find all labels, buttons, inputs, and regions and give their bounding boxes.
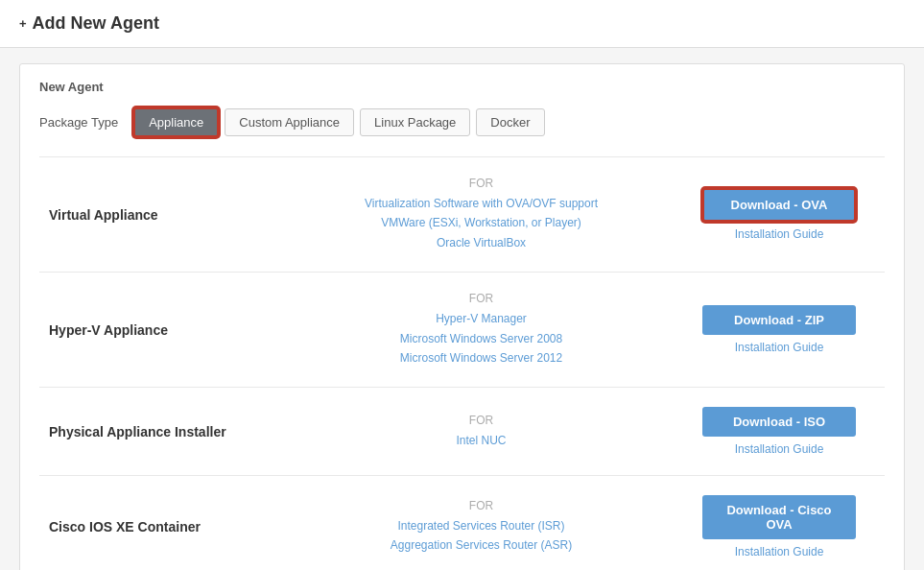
page-container: + Add New Agent New Agent Package Type A… [0, 0, 924, 570]
appliance-action-cisco: Download - Cisco OVA Installation Guide [683, 495, 875, 558]
for-item: Aggregation Services Router (ASR) [279, 535, 683, 555]
appliance-name-physical: Physical Appliance Installer [49, 424, 279, 439]
appliance-action-virtual: Download - OVA Installation Guide [683, 188, 875, 241]
for-item: Intel NUC [279, 431, 683, 450]
appliance-row-physical: Physical Appliance Installer FOR Intel N… [39, 387, 885, 475]
for-label-hyperv: FOR [279, 292, 683, 305]
content-area: New Agent Package Type Appliance Custom … [0, 48, 924, 570]
appliance-action-hyperv: Download - ZIP Installation Guide [683, 305, 875, 354]
for-items-physical: Intel NUC [279, 431, 683, 450]
tab-custom-appliance[interactable]: Custom Appliance [225, 108, 354, 136]
appliance-action-physical: Download - ISO Installation Guide [683, 407, 875, 456]
page-title: Add New Agent [33, 13, 159, 34]
new-agent-card: New Agent Package Type Appliance Custom … [19, 63, 905, 570]
installation-guide-physical[interactable]: Installation Guide [683, 442, 875, 456]
appliance-name-virtual: Virtual Appliance [49, 207, 279, 223]
for-item: Microsoft Windows Server 2012 [279, 348, 683, 368]
download-iso-button[interactable]: Download - ISO [702, 407, 856, 437]
appliance-name-hyperv: Hyper-V Appliance [49, 322, 279, 338]
appliance-for-virtual: FOR Virtualization Software with OVA/OVF… [279, 177, 683, 252]
package-type-row: Package Type Appliance Custom Appliance … [39, 107, 885, 137]
appliance-name-cisco: Cisco IOS XE Container [49, 519, 279, 534]
for-label-cisco: FOR [279, 499, 683, 512]
download-ova-button[interactable]: Download - OVA [702, 188, 856, 222]
appliance-row-hyperv: Hyper-V Appliance FOR Hyper-V Manager Mi… [39, 272, 885, 387]
for-items-virtual: Virtualization Software with OVA/OVF sup… [279, 194, 683, 252]
page-header: + Add New Agent [0, 0, 924, 48]
card-section-title: New Agent [39, 80, 885, 94]
download-zip-button[interactable]: Download - ZIP [702, 305, 856, 335]
for-label-virtual: FOR [279, 177, 683, 190]
tab-linux-package[interactable]: Linux Package [360, 108, 470, 136]
tab-appliance[interactable]: Appliance [133, 107, 219, 137]
for-items-cisco: Integrated Services Router (ISR) Aggrega… [279, 516, 683, 556]
installation-guide-virtual[interactable]: Installation Guide [683, 227, 875, 241]
for-items-hyperv: Hyper-V Manager Microsoft Windows Server… [279, 309, 683, 368]
appliance-for-cisco: FOR Integrated Services Router (ISR) Agg… [279, 499, 683, 556]
download-cisco-ova-button[interactable]: Download - Cisco OVA [702, 495, 856, 539]
plus-icon: + [19, 16, 27, 31]
appliance-row-virtual: Virtual Appliance FOR Virtualization Sof… [39, 156, 885, 272]
package-type-label: Package Type [39, 115, 118, 130]
appliance-for-physical: FOR Intel NUC [279, 414, 683, 450]
for-item: Integrated Services Router (ISR) [279, 516, 683, 535]
appliance-list: Virtual Appliance FOR Virtualization Sof… [39, 156, 885, 570]
for-label-physical: FOR [279, 414, 683, 427]
installation-guide-cisco[interactable]: Installation Guide [683, 545, 875, 558]
appliance-for-hyperv: FOR Hyper-V Manager Microsoft Windows Se… [279, 292, 683, 368]
for-item: Virtualization Software with OVA/OVF sup… [279, 194, 683, 213]
for-item: Hyper-V Manager [279, 309, 683, 328]
for-item: Microsoft Windows Server 2008 [279, 329, 683, 348]
tab-docker[interactable]: Docker [476, 108, 544, 136]
appliance-row-cisco: Cisco IOS XE Container FOR Integrated Se… [39, 475, 885, 570]
for-item: Oracle VirtualBox [279, 233, 683, 252]
installation-guide-hyperv[interactable]: Installation Guide [683, 341, 875, 354]
for-item: VMWare (ESXi, Workstation, or Player) [279, 213, 683, 232]
